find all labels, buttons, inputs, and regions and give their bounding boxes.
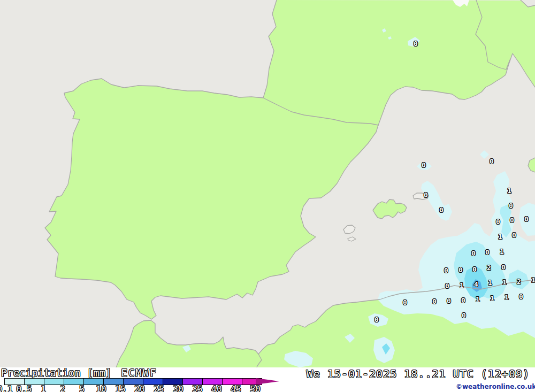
color-scale-tick-label: 0.1: [0, 384, 12, 392]
color-scale-tick-label: 1: [41, 384, 46, 392]
legend-unit: [mm]: [87, 367, 112, 379]
color-scale-tick-label: 35: [192, 384, 202, 392]
precip-value: 0: [501, 264, 506, 271]
precip-value: 1: [531, 276, 535, 283]
color-scale-tick-label: 10: [96, 384, 106, 392]
precip-values-layer: 0001000000011000200012114100111000000: [0, 0, 535, 367]
precip-value: 1: [498, 233, 502, 240]
precip-value: 2: [487, 264, 491, 271]
precip-value: 0: [461, 297, 465, 304]
precip-value: 0: [510, 217, 514, 224]
precip-value: 0: [447, 297, 451, 304]
precip-value: 0: [485, 249, 490, 256]
precip-value: 1: [507, 187, 511, 194]
precip-value: 2: [517, 278, 521, 285]
precip-value: 0: [403, 299, 407, 306]
precip-value: 1: [502, 279, 507, 286]
precip-value: 0: [509, 202, 513, 209]
color-scale-tick-label: 40: [211, 384, 221, 392]
precip-value: 1: [460, 282, 464, 289]
precip-value: 0: [462, 312, 466, 319]
precip-value: 1: [500, 248, 504, 255]
precip-value: 0: [472, 266, 477, 273]
color-scale-tick-label: 25: [154, 384, 164, 392]
color-scale-tick-label: 20: [134, 384, 144, 392]
precip-value: 0: [458, 266, 463, 273]
precip-value: 0: [424, 191, 428, 198]
precip-value: 0: [524, 216, 529, 222]
legend-title: Precipitation [mm] ECMWF: [1, 367, 157, 379]
color-scale-tick-label: 50: [250, 384, 260, 392]
color-scale-ticks: 0.10.5125101520253035404550: [0, 384, 300, 392]
color-scale-tick-label: 30: [173, 384, 183, 392]
precip-value: 0: [496, 218, 500, 225]
precip-value: 0: [422, 162, 426, 168]
precip-value: 4: [474, 281, 478, 288]
weather-map-page: 0001000000011000200012114100111000000 Pr…: [0, 0, 535, 392]
precip-value: 0: [490, 158, 494, 165]
precip-value: 0: [519, 293, 523, 300]
color-scale-tick-label: 45: [231, 384, 241, 392]
copyright-text[interactable]: ©weatheronline.co.uk: [456, 383, 535, 390]
map-datetime: We 15-01-2025 18..21 UTC (12+09): [307, 367, 530, 380]
precip-value: 0: [444, 267, 448, 274]
precip-value: 0: [374, 316, 379, 323]
precip-value: 0: [445, 282, 449, 289]
precip-value: 0: [414, 40, 418, 47]
color-scale-tick-label: 15: [115, 384, 125, 392]
precip-value: 0: [512, 232, 516, 239]
precip-value: 1: [476, 296, 480, 303]
precip-value: 0: [432, 298, 437, 305]
precip-value: 1: [505, 294, 509, 301]
color-scale-tick-label: 5: [79, 384, 85, 392]
legend-model: ECMWF: [121, 367, 157, 379]
precip-value: 1: [490, 295, 494, 302]
precip-value: 0: [439, 206, 444, 213]
color-scale-tick-label: 0.5: [17, 384, 32, 392]
legend-title-text: Precipitation: [1, 367, 81, 379]
precip-value: 0: [471, 250, 476, 257]
legend-strip: Precipitation [mm] ECMWF We 15-01-2025 1…: [0, 367, 535, 392]
color-scale-tick-label: 2: [60, 384, 65, 392]
precip-value: 1: [488, 279, 492, 286]
